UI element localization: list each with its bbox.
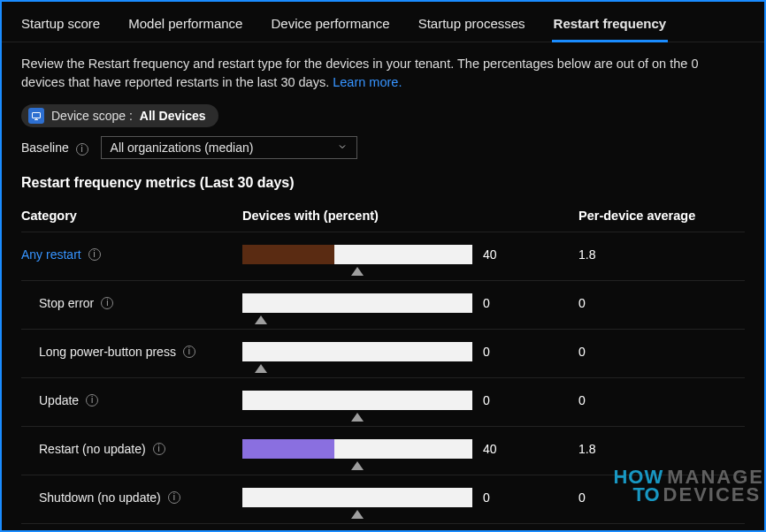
bar-cell: 40 bbox=[242, 439, 578, 459]
bar-track bbox=[242, 342, 472, 361]
bar-cell: 40 bbox=[242, 245, 578, 264]
category-cell: Shutdown (no update)i bbox=[21, 490, 242, 505]
category-label: Update bbox=[39, 393, 79, 407]
info-icon[interactable]: i bbox=[168, 491, 180, 504]
baseline-selected: All organizations (median) bbox=[111, 141, 254, 155]
marker-icon bbox=[351, 267, 364, 276]
info-icon[interactable]: i bbox=[183, 346, 195, 358]
bar-track bbox=[242, 439, 472, 459]
category-label: Stop error bbox=[39, 296, 94, 310]
bar-track bbox=[242, 488, 472, 507]
info-icon[interactable]: i bbox=[76, 143, 88, 156]
avg-value: 0 bbox=[578, 345, 745, 359]
table-row: Long power-button pressi00 bbox=[21, 329, 745, 377]
table-row: Stop errori00 bbox=[21, 280, 745, 329]
bar-cell: 0 bbox=[242, 293, 578, 313]
device-scope-value: All Devices bbox=[140, 109, 206, 123]
chevron-down-icon bbox=[337, 141, 348, 155]
bar-cell: 0 bbox=[242, 391, 578, 410]
bar-cell: 0 bbox=[242, 342, 578, 361]
avg-value: 0 bbox=[578, 296, 745, 310]
tab-restart-frequency[interactable]: Restart frequency bbox=[552, 11, 669, 42]
category-label: Shutdown (no update) bbox=[39, 490, 161, 505]
category-label[interactable]: Any restart bbox=[21, 247, 81, 262]
info-icon[interactable]: i bbox=[153, 443, 165, 455]
table-row: Restart (no update)i401.8 bbox=[21, 426, 745, 475]
device-scope-icon bbox=[28, 108, 44, 124]
tab-device-performance[interactable]: Device performance bbox=[269, 11, 391, 42]
category-cell: Long power-button pressi bbox=[21, 345, 242, 359]
baseline-label: Baseline i bbox=[21, 141, 88, 156]
bar-track bbox=[242, 245, 472, 264]
category-cell: Any restarti bbox=[21, 247, 242, 262]
bar-value: 0 bbox=[483, 490, 509, 505]
intro-text: Review the Restart frequency and restart… bbox=[21, 55, 745, 92]
bar-track bbox=[242, 391, 472, 410]
table-row: Unknowni00 bbox=[21, 523, 745, 532]
marker-icon bbox=[351, 413, 364, 422]
info-icon[interactable]: i bbox=[101, 297, 113, 309]
table-row: Shutdown (no update)i00 bbox=[21, 475, 745, 523]
info-icon[interactable]: i bbox=[86, 394, 98, 407]
avg-value: 0 bbox=[578, 393, 745, 407]
learn-more-link[interactable]: Learn more. bbox=[333, 75, 402, 89]
category-cell: Restart (no update)i bbox=[21, 442, 242, 456]
marker-icon bbox=[351, 510, 364, 519]
device-scope-label: Device scope : bbox=[51, 109, 133, 123]
svg-rect-0 bbox=[33, 113, 41, 118]
table-header: Category Devices with (percent) Per-devi… bbox=[21, 203, 745, 232]
baseline-select[interactable]: All organizations (median) bbox=[101, 136, 357, 159]
avg-value: 1.8 bbox=[578, 247, 745, 262]
bar-fill bbox=[242, 245, 334, 264]
bar-track bbox=[242, 293, 472, 313]
device-scope-pill[interactable]: Device scope : All Devices bbox=[21, 104, 218, 127]
marker-icon bbox=[351, 461, 364, 470]
bar-value: 40 bbox=[483, 442, 509, 456]
tab-model-performance[interactable]: Model performance bbox=[126, 11, 244, 42]
section-title: Restart frequency metrics (Last 30 days) bbox=[21, 175, 745, 191]
category-cell: Stop errori bbox=[21, 296, 242, 310]
avg-value: 0 bbox=[578, 490, 745, 505]
bar-value: 0 bbox=[483, 296, 509, 310]
bar-fill bbox=[242, 439, 334, 459]
category-cell: Updatei bbox=[21, 393, 242, 407]
bar-value: 0 bbox=[483, 345, 509, 359]
marker-icon bbox=[255, 364, 267, 373]
category-label: Long power-button press bbox=[39, 345, 176, 359]
table-row: Any restarti401.8 bbox=[21, 232, 745, 280]
bar-value: 40 bbox=[483, 247, 509, 262]
avg-value: 1.8 bbox=[578, 442, 745, 456]
tab-startup-processes[interactable]: Startup processes bbox=[417, 11, 527, 42]
bar-value: 0 bbox=[483, 393, 509, 407]
col-avg: Per-device average bbox=[578, 209, 745, 223]
col-category: Category bbox=[21, 209, 242, 223]
table-body: Any restarti401.8Stop errori00Long power… bbox=[21, 232, 745, 532]
marker-icon bbox=[255, 315, 267, 324]
tabs-bar: Startup scoreModel performanceDevice per… bbox=[2, 2, 764, 42]
bar-cell: 0 bbox=[242, 488, 578, 507]
info-icon[interactable]: i bbox=[88, 248, 101, 261]
tab-startup-score[interactable]: Startup score bbox=[19, 11, 102, 42]
col-devices: Devices with (percent) bbox=[242, 209, 578, 223]
category-label: Restart (no update) bbox=[39, 442, 146, 456]
table-row: Updatei00 bbox=[21, 377, 745, 426]
